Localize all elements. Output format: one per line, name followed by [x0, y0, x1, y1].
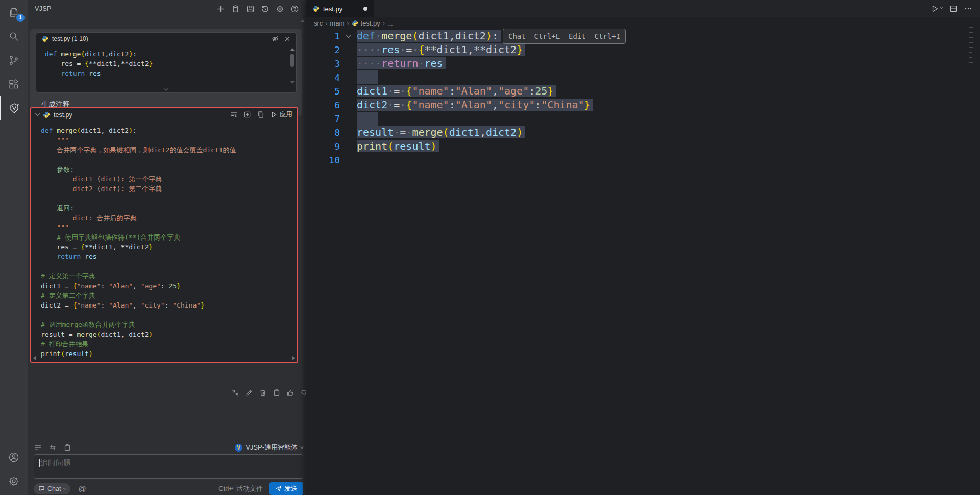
activity-bar-bottom	[0, 445, 28, 493]
mode-selector[interactable]: Chat	[34, 483, 70, 494]
minimap[interactable]	[969, 22, 976, 67]
more-icon[interactable]	[964, 5, 972, 13]
account-button[interactable]	[0, 445, 28, 469]
referenced-code-scrollbar[interactable]	[290, 48, 295, 84]
referenced-code-lines: def merge(dict1,dict2): res = {**dict1,*…	[36, 45, 296, 78]
sidebar-item-vjsp[interactable]	[0, 96, 28, 120]
split-editor-icon[interactable]	[949, 5, 958, 13]
fold-gutter	[340, 126, 357, 139]
play-icon	[270, 111, 278, 119]
explorer-badge: 1	[16, 14, 24, 22]
code-editor[interactable]: 1def·merge(dict1,dict2):2····res·=·{**di…	[306, 29, 980, 167]
code-line: # 定义第二个字典	[41, 291, 297, 300]
code-line: dict1 = {"name": "Alan", "age": 25}	[41, 281, 297, 291]
add-icon[interactable]	[216, 5, 225, 13]
code-line: # 使用字典解包操作符(**)合并两个字典	[41, 232, 297, 242]
tab-label: test.py	[323, 5, 342, 13]
fold-gutter	[340, 112, 357, 126]
line-number: 6	[306, 98, 340, 112]
settings-button[interactable]	[0, 469, 28, 493]
vjsp-panel: VJSP test.py (1-10)	[28, 0, 306, 495]
response-toolbar: 应用	[230, 110, 292, 119]
composer-toolbar: V VJSP-通用智能体	[34, 442, 303, 453]
code-line: 返回:	[41, 203, 297, 213]
line-number: 9	[306, 139, 340, 153]
code-line: dict2 (dict): 第二个字典	[41, 184, 297, 194]
run-button[interactable]	[930, 5, 943, 13]
sidebar-item-extensions[interactable]	[0, 72, 28, 96]
hscroll-left-arrow-icon[interactable]	[33, 356, 36, 360]
breadcrumb-src[interactable]: src	[314, 19, 323, 27]
thumbs-up-icon[interactable]	[286, 389, 295, 397]
fold-gutter	[340, 57, 357, 70]
vjsp-panel-header: VJSP	[28, 0, 306, 17]
clear-icon[interactable]	[231, 5, 240, 13]
fold-gutter	[340, 84, 357, 98]
python-icon	[312, 5, 320, 12]
scroll-down-arrow-icon	[290, 81, 295, 84]
send-button[interactable]: 发送	[270, 482, 303, 495]
tab-bar: test.py	[306, 0, 980, 17]
expand-code-button[interactable]	[36, 87, 296, 91]
insert-new-file-icon[interactable]	[243, 111, 251, 119]
sidebar-item-source-control[interactable]	[0, 48, 28, 72]
gear-icon[interactable]	[276, 5, 284, 13]
close-icon[interactable]	[284, 35, 291, 42]
editor-line: 7	[306, 112, 980, 126]
model-label: VJSP-通用智能体	[246, 443, 298, 452]
edit-icon[interactable]	[245, 389, 253, 397]
chevron-down-icon[interactable]	[35, 111, 40, 116]
modified-dot-icon[interactable]	[363, 7, 368, 11]
log-icon[interactable]	[34, 443, 42, 452]
eye-off-icon[interactable]	[272, 35, 279, 42]
model-selector[interactable]: V VJSP-通用智能体	[235, 443, 303, 452]
clipboard-icon[interactable]	[273, 389, 281, 397]
scroll-thumb	[290, 54, 294, 67]
hscroll-right-arrow-icon[interactable]	[292, 356, 295, 360]
inline-chat-hint: Chat Ctrl+L Edit Ctrl+I	[503, 29, 626, 44]
source-control-icon	[8, 54, 20, 66]
help-icon[interactable]	[290, 5, 299, 13]
breadcrumb-symbol[interactable]: ...	[387, 19, 393, 27]
chevron-right-icon: ›	[347, 20, 349, 27]
response-file-label: test.py	[54, 111, 72, 119]
fold-gutter	[340, 98, 357, 112]
breadcrumb: src› main› test.py› ...	[306, 17, 980, 29]
breadcrumb-file[interactable]: test.py	[361, 19, 380, 27]
vjsp-logo-icon: V	[235, 444, 242, 452]
editor-line: 10	[306, 153, 980, 167]
history-icon[interactable]	[261, 5, 270, 13]
insert-at-cursor-icon[interactable]	[230, 111, 238, 119]
sidebar-item-explorer[interactable]: 1	[0, 0, 28, 24]
response-code-lines: def merge(dict1, dict2): """ 合并两个字典，如果键相…	[31, 121, 297, 359]
line-number: 8	[306, 126, 340, 139]
delete-icon[interactable]	[259, 389, 267, 397]
chat-bubble-icon	[38, 485, 45, 492]
user-message-card: test.py (1-10) def merge(dict1,dict2): r…	[30, 29, 302, 116]
regenerate-icon[interactable]	[48, 443, 57, 452]
line-number: 4	[306, 70, 340, 84]
referenced-file-label: test.py (1-10)	[52, 35, 88, 42]
mode-label: Chat	[47, 485, 61, 492]
code-line: return res	[45, 68, 296, 78]
fold-chevron-icon[interactable]	[340, 29, 357, 43]
copy-icon[interactable]	[257, 111, 264, 119]
line-number: 2	[306, 43, 340, 57]
line-number: 5	[306, 84, 340, 98]
clipboard-icon[interactable]	[63, 443, 71, 452]
save-icon[interactable]	[246, 5, 255, 13]
sidebar-scroll-up[interactable]	[301, 19, 305, 22]
sidebar-item-search[interactable]	[0, 24, 28, 48]
tab-test-py[interactable]: test.py	[306, 0, 374, 17]
collapse-icon[interactable]	[231, 389, 239, 397]
mention-button[interactable]: @	[78, 484, 86, 493]
code-line: def merge(dict1, dict2):	[41, 126, 297, 135]
apply-button[interactable]: 应用	[270, 110, 292, 119]
extensions-icon	[8, 78, 20, 90]
chat-input[interactable]: 追问问题	[34, 454, 303, 479]
breadcrumb-main[interactable]: main	[330, 19, 344, 27]
editor-line: 4	[306, 70, 980, 84]
response-actions	[231, 389, 308, 397]
editor-line: 5dict1·=·{"name":"Alan","age":25}	[306, 84, 980, 98]
referenced-code-actions	[272, 35, 291, 42]
